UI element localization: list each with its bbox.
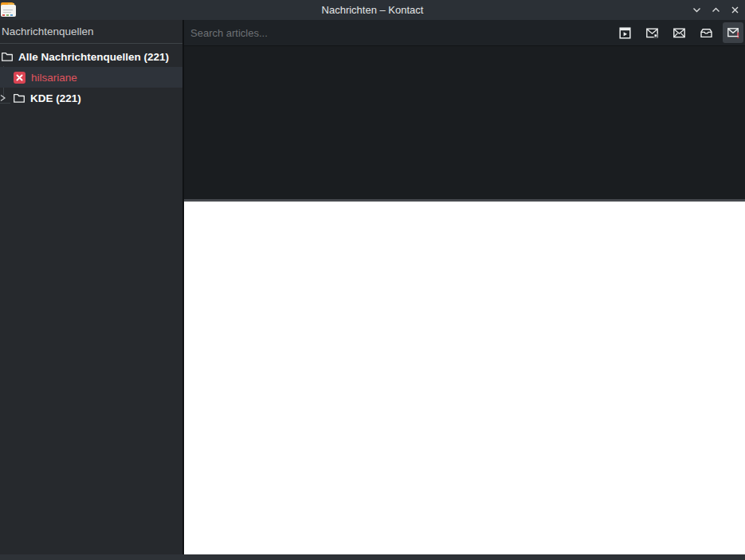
window-controls bbox=[691, 0, 741, 20]
filter-read-button[interactable] bbox=[696, 22, 716, 43]
article-viewer bbox=[184, 202, 745, 554]
article-filter-toolbar bbox=[614, 22, 745, 43]
search-input[interactable] bbox=[184, 20, 614, 45]
search-bar bbox=[184, 20, 745, 46]
feed-list-header: Nachrichtenquellen bbox=[0, 20, 182, 44]
filter-important-button[interactable] bbox=[723, 22, 743, 43]
status-bar bbox=[0, 554, 745, 560]
window-title: Nachrichten – Kontact bbox=[0, 0, 745, 20]
filter-unread-button[interactable] bbox=[669, 22, 689, 43]
minimize-icon[interactable] bbox=[691, 4, 703, 16]
article-pane bbox=[184, 20, 745, 554]
mail-open-tray-icon bbox=[700, 26, 713, 40]
envelope-unread-icon bbox=[672, 26, 686, 40]
envelope-important-icon bbox=[727, 26, 740, 40]
folder-icon bbox=[13, 92, 25, 104]
feed-list-pane: Nachrichtenquellen Alle Nachrichtenquell… bbox=[0, 20, 182, 554]
feed-error-icon bbox=[14, 72, 25, 84]
feed-item-label: Alle Nachrichtenquellen (221) bbox=[18, 51, 169, 63]
article-list[interactable] bbox=[184, 46, 745, 199]
close-icon[interactable] bbox=[729, 4, 741, 16]
feed-item-kde[interactable]: KDE (221) bbox=[0, 88, 182, 108]
feed-tree: Alle Nachrichtenquellen (221) hilsariane… bbox=[0, 44, 182, 108]
feed-item-all-sources[interactable]: Alle Nachrichtenquellen (221) bbox=[0, 46, 182, 67]
envelope-new-icon bbox=[645, 26, 659, 40]
titlebar: Nachrichten – Kontact bbox=[0, 0, 745, 20]
feed-item-label: KDE (221) bbox=[30, 92, 81, 104]
maximize-icon[interactable] bbox=[710, 4, 722, 16]
feed-item-hilsariane[interactable]: hilsariane bbox=[0, 67, 182, 88]
filter-new-button[interactable] bbox=[641, 22, 662, 43]
feed-item-label: hilsariane bbox=[31, 72, 77, 84]
chevron-right-icon[interactable] bbox=[0, 92, 7, 104]
filter-all-button[interactable] bbox=[614, 22, 635, 43]
play-box-icon bbox=[618, 26, 632, 40]
folder-icon bbox=[1, 50, 14, 63]
